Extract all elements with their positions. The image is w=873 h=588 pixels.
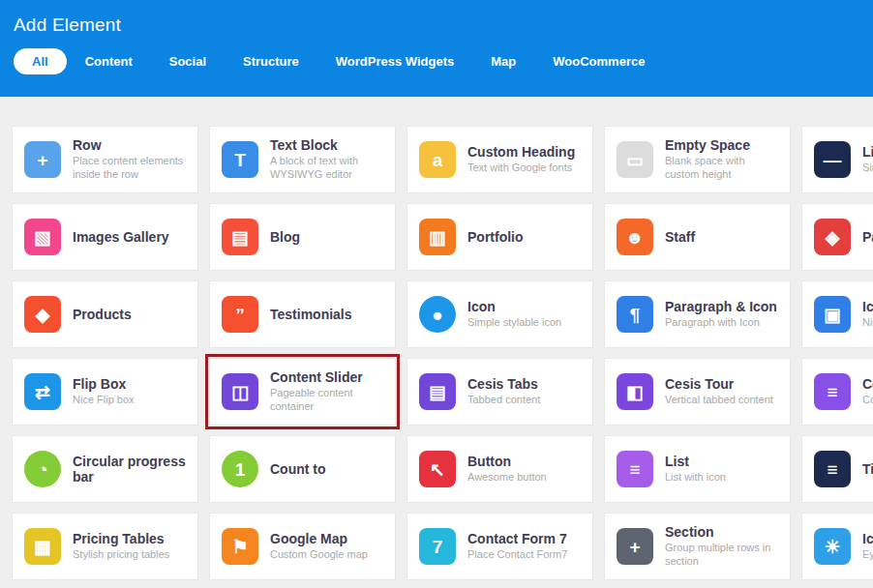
card-google-map[interactable]: ⚑ Google Map Custom Google map: [209, 513, 396, 580]
card-empty-space[interactable]: ▭ Empty Space Blank space with custom he…: [604, 126, 791, 193]
icon-glyph: ↖: [430, 460, 445, 479]
heading-icon: a: [419, 141, 456, 178]
icon-glyph: ☻: [625, 228, 645, 247]
tab-map[interactable]: Map: [472, 48, 534, 74]
card-icon[interactable]: ● Icon Simple stylable icon: [406, 280, 593, 348]
element-subtitle: Stylish pricing tables: [73, 548, 169, 562]
card-section[interactable]: + Section Group multiple rows in section: [604, 513, 791, 580]
element-subtitle: Nic: [862, 316, 873, 330]
card-testimonials[interactable]: ” Testimonials: [209, 280, 396, 348]
card-staff[interactable]: ☻ Staff: [604, 203, 791, 271]
tab-woocommerce[interactable]: WooCommerce: [534, 48, 663, 74]
card-text-block[interactable]: T Text Block A block of text with WYSIWY…: [209, 126, 396, 193]
element-subtitle: Awesome button: [467, 471, 547, 485]
tab-label: Map: [491, 54, 516, 69]
card-ico[interactable]: ☀ Ico Eye libr: [801, 513, 873, 580]
icon-glyph: ▥: [429, 228, 446, 247]
icon-glyph: ≡: [629, 460, 640, 479]
tab-wordpress-widgets[interactable]: WordPress Widgets: [317, 48, 472, 74]
text-icon: T: [222, 141, 258, 178]
card-circular-progress-bar[interactable]: ◔ Circular progress bar: [12, 435, 198, 503]
element-title: Testimonials: [270, 307, 352, 322]
plus-icon: +: [24, 141, 61, 178]
card-paragraph-icon[interactable]: ¶ Paragraph & Icon Paragraph with Icon: [604, 280, 791, 348]
slider-icon: ◫: [222, 373, 258, 410]
element-subtitle: Group multiple rows in section: [665, 542, 778, 569]
card-cesis-tabs[interactable]: ▤ Cesis Tabs Tabbed content: [406, 358, 593, 426]
element-title: Paragraph & Icon: [665, 299, 777, 314]
card-ico[interactable]: ▣ Ico Nic: [801, 280, 873, 348]
icon-glyph: —: [824, 151, 842, 169]
icon-glyph: ●: [432, 306, 442, 324]
element-subtitle: Place Contact Form7: [467, 548, 567, 562]
card-count-to[interactable]: 1 Count to: [209, 435, 396, 503]
tab-structure[interactable]: Structure: [225, 48, 317, 74]
element-title: Button: [467, 454, 547, 469]
element-subtitle: A block of text with WYSIWYG editor: [270, 155, 383, 182]
icon-box-icon: ▣: [814, 296, 851, 333]
empty-space-icon: ▭: [617, 141, 653, 178]
list-icon: ≡: [617, 451, 653, 487]
testimonials-icon: ”: [222, 296, 258, 333]
card-pricing-tables[interactable]: ▦ Pricing Tables Stylish pricing tables: [12, 513, 198, 580]
tab-social[interactable]: Social: [151, 48, 225, 74]
tab-label: Social: [169, 54, 206, 69]
products-icon: ◆: [24, 296, 61, 333]
progress-circle-icon: ◔: [24, 451, 61, 487]
card-tim[interactable]: ≡ Tim: [801, 435, 873, 503]
element-title: Cesis Tour: [665, 376, 773, 392]
icon-glyph: +: [37, 151, 47, 169]
card-custom-heading[interactable]: a Custom Heading Text with Google fonts: [406, 126, 593, 193]
element-subtitle: Paragraph with Icon: [665, 316, 777, 330]
tab-label: WooCommerce: [553, 54, 645, 69]
icon-glyph: 7: [433, 538, 443, 556]
count-icon: 1: [222, 451, 258, 487]
icon-glyph: ▤: [429, 383, 446, 401]
element-title: Google Map: [270, 531, 368, 546]
tab-all[interactable]: All: [14, 48, 67, 74]
element-title: Images Gallery: [73, 229, 169, 245]
card-cesis-tour[interactable]: ◧ Cesis Tour Vertical tabbed content: [604, 358, 791, 426]
card-content-slider[interactable]: ◫ Content Slider Pageable content contai…: [209, 358, 396, 426]
icon-glyph: ◧: [626, 383, 644, 401]
card-flip-box[interactable]: ⇄ Flip Box Nice Flip box: [12, 358, 198, 426]
pricing-table-icon: ▦: [24, 528, 61, 565]
element-subtitle: Sim: [862, 162, 873, 175]
card-contact-form-7[interactable]: 7 Contact Form 7 Place Contact Form7: [406, 513, 593, 580]
card-images-gallery[interactable]: ▧ Images Gallery: [12, 203, 198, 271]
element-subtitle: Tabbed content: [467, 394, 540, 407]
icon-glyph: ⚑: [231, 538, 248, 556]
card-portfolio[interactable]: ▥ Portfolio: [406, 203, 593, 271]
tab-label: Structure: [243, 54, 299, 69]
icon-glyph: ▭: [626, 151, 644, 169]
element-subtitle: Eye libr: [862, 548, 873, 562]
button-cursor-icon: ↖: [419, 451, 456, 487]
element-title: Staff: [665, 229, 695, 245]
card-button[interactable]: ↖ Button Awesome button: [406, 435, 593, 503]
partners-icon: ◈: [814, 219, 851, 255]
card-list[interactable]: ≡ List List with icon: [604, 435, 791, 503]
add-element-header: Add Element All Content Social Structure…: [0, 0, 873, 97]
tab-content[interactable]: Content: [67, 48, 151, 74]
icon-glyph: 1: [235, 460, 246, 479]
icon-glyph: ◆: [36, 306, 50, 324]
gallery-icon: ▧: [24, 219, 61, 255]
element-subtitle: Text with Google fonts: [467, 162, 575, 175]
number-7-icon: 7: [419, 528, 456, 565]
line-icon: —: [814, 141, 851, 178]
element-title: Tim: [862, 461, 873, 477]
card-lin[interactable]: — Lin Sim: [801, 126, 873, 193]
card-row[interactable]: + Row Place content elements inside the …: [12, 126, 198, 193]
element-title: Text Block: [270, 137, 383, 153]
element-title: Circular progress bar: [73, 454, 186, 485]
card-pa[interactable]: ◈ Pa: [801, 203, 873, 271]
section-plus-icon: +: [617, 528, 653, 565]
element-title: Ico: [862, 299, 873, 314]
card-blog[interactable]: ▤ Blog: [209, 203, 396, 271]
page-title: Add Element: [14, 15, 859, 36]
icon-glyph: ◔: [37, 460, 47, 479]
icon-glyph: ☀: [824, 538, 840, 556]
card-ces[interactable]: ≡ Ces Coll: [801, 358, 873, 426]
icon-glyph: ▧: [34, 228, 51, 247]
card-products[interactable]: ◆ Products: [12, 280, 198, 348]
